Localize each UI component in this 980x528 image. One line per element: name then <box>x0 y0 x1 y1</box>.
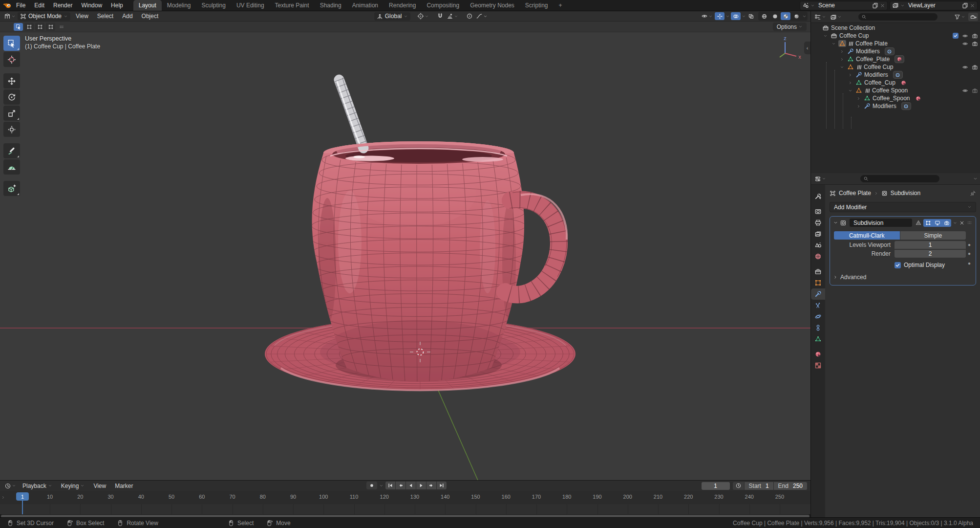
tool-transform[interactable] <box>3 122 20 137</box>
menu-help[interactable]: Help <box>107 2 128 9</box>
chevron-right-icon[interactable] <box>1 495 5 500</box>
collection-checkbox[interactable] <box>953 33 959 39</box>
advanced-section-toggle[interactable]: Advanced <box>833 274 973 281</box>
tool-rotate[interactable] <box>3 89 20 105</box>
outliner-row-coffee-spoon[interactable]: Coffee_Spoon <box>811 94 980 102</box>
show-overlays-toggle[interactable] <box>731 12 741 20</box>
tool-move[interactable] <box>3 73 20 88</box>
timeline-menu-view[interactable]: View <box>89 481 110 491</box>
display-mode-selector[interactable] <box>829 14 843 21</box>
shading-wireframe-button[interactable] <box>759 12 769 20</box>
expander-closed[interactable] <box>855 104 862 109</box>
show-gizmo-toggle[interactable] <box>715 12 724 20</box>
workspace-tab-shading[interactable]: Shading <box>315 0 347 11</box>
outliner-row-coffee-plate[interactable]: Coffee Plate <box>811 40 980 47</box>
new-view-layer-icon[interactable] <box>962 2 968 9</box>
editor-type-selector[interactable] <box>3 483 17 489</box>
playhead[interactable]: 1 <box>16 492 29 501</box>
timeline-tracks[interactable] <box>0 504 810 514</box>
properties-tab-modifiers[interactable] <box>811 288 825 300</box>
expander-closed[interactable] <box>847 73 853 77</box>
render-levels-field[interactable]: 2 <box>895 250 966 258</box>
snap-toggle[interactable] <box>436 13 445 20</box>
remove-view-layer-icon[interactable] <box>970 3 975 8</box>
menu-file[interactable]: File <box>12 2 30 9</box>
chevron-down-icon[interactable] <box>725 14 730 19</box>
expander-open[interactable] <box>831 42 837 46</box>
select-mode-subtract-button[interactable] <box>35 23 44 31</box>
outliner-row-coffee-cup[interactable]: Coffee Cup <box>811 63 980 71</box>
add-modifier-dropdown[interactable]: Add Modifier <box>830 202 976 212</box>
tool-measure[interactable] <box>3 159 20 175</box>
workspace-tab-texture-paint[interactable]: Texture Paint <box>270 0 315 11</box>
transport-play-button[interactable] <box>416 482 426 489</box>
transport-playback-button[interactable] <box>406 482 416 489</box>
properties-tab-output[interactable] <box>811 217 825 228</box>
select-mode-intersect-button[interactable] <box>57 23 66 31</box>
properties-tab-render[interactable] <box>811 206 825 217</box>
properties-tab-collection[interactable] <box>811 266 825 277</box>
shading-material-preview-button[interactable] <box>781 12 790 20</box>
animate-dot[interactable]: ● <box>966 242 973 247</box>
sidebar-collapse-tab[interactable]: ‹ <box>804 42 810 54</box>
camera-icon[interactable] <box>972 88 978 94</box>
select-mode-extend-button[interactable] <box>24 23 34 31</box>
workspace-tab-[interactable]: + <box>554 0 568 11</box>
material-badge[interactable] <box>915 95 921 102</box>
edit-mode-display-toggle[interactable] <box>923 219 933 227</box>
mode-selector[interactable]: Object Mode <box>18 12 70 21</box>
timeline-menu-playback[interactable]: Playback <box>18 481 57 491</box>
workspace-tab-geometry-nodes[interactable]: Geometry Nodes <box>465 0 520 11</box>
scene-selector[interactable]: Scene <box>800 1 888 10</box>
menu-window[interactable]: Window <box>77 2 107 9</box>
chevron-down-icon[interactable] <box>379 484 383 488</box>
tool-annotate[interactable] <box>3 143 20 158</box>
properties-search-input[interactable] <box>860 175 939 182</box>
camera-icon[interactable] <box>972 33 978 39</box>
options-dropdown[interactable]: Options <box>773 22 807 31</box>
tool-select-box[interactable] <box>3 36 20 51</box>
properties-tab-view-layer[interactable] <box>811 228 825 240</box>
tool-add-cube[interactable] <box>3 181 20 196</box>
new-scene-icon[interactable] <box>872 2 878 9</box>
catmull-clark-button[interactable]: Catmull-Clark <box>834 231 900 240</box>
outliner-row-coffee-spoon[interactable]: Coffee Spoon <box>811 87 980 94</box>
axis-navigation-gizmo[interactable]: z x <box>768 36 804 63</box>
properties-tab-world[interactable] <box>811 251 825 262</box>
unlink-scene-icon[interactable] <box>880 3 885 8</box>
workspace-tab-scripting[interactable]: Scripting <box>520 0 554 11</box>
properties-tab-particles[interactable] <box>811 300 825 311</box>
transport-keynext-button[interactable] <box>426 482 436 489</box>
extras-chevron-icon[interactable] <box>953 220 958 225</box>
new-collection-button[interactable] <box>968 13 978 21</box>
optimal-display-checkbox[interactable] <box>895 262 901 268</box>
properties-tab-texture[interactable] <box>811 360 825 371</box>
properties-tab-scene[interactable] <box>811 240 825 251</box>
expander-open[interactable] <box>822 34 829 38</box>
viewport-menu-add[interactable]: Add <box>118 11 137 22</box>
chevron-down-icon[interactable] <box>742 14 746 19</box>
camera-icon[interactable] <box>972 64 978 70</box>
tool-scale[interactable] <box>3 106 20 121</box>
proportional-falloff-selector[interactable] <box>475 13 489 20</box>
blender-logo-icon[interactable] <box>3 1 12 10</box>
expander-closed[interactable] <box>839 49 845 54</box>
auto-keying-button[interactable] <box>366 482 377 489</box>
proportional-editing-toggle[interactable] <box>465 13 474 20</box>
outliner-row-scene-collection[interactable]: Scene Collection <box>811 24 980 32</box>
expander-open[interactable] <box>847 88 853 93</box>
select-mode-new-button[interactable] <box>14 23 23 31</box>
pivot-point-selector[interactable] <box>416 13 430 20</box>
modifier-badge[interactable] <box>885 47 895 55</box>
modifier-badge[interactable] <box>893 71 903 79</box>
expander-closed[interactable] <box>847 81 853 85</box>
select-mode-invert-button[interactable] <box>46 23 55 31</box>
outliner-search-input[interactable] <box>858 13 937 21</box>
properties-tab-tool[interactable] <box>811 191 825 202</box>
start-frame-field[interactable]: Start 1 <box>745 482 773 490</box>
simple-button[interactable]: Simple <box>900 231 966 240</box>
properties-tab-physics[interactable] <box>811 311 825 322</box>
outliner-row-coffee-plate[interactable]: Coffee_Plate <box>811 55 980 63</box>
camera-icon[interactable] <box>972 41 978 47</box>
animate-dot[interactable]: ● <box>966 261 973 266</box>
